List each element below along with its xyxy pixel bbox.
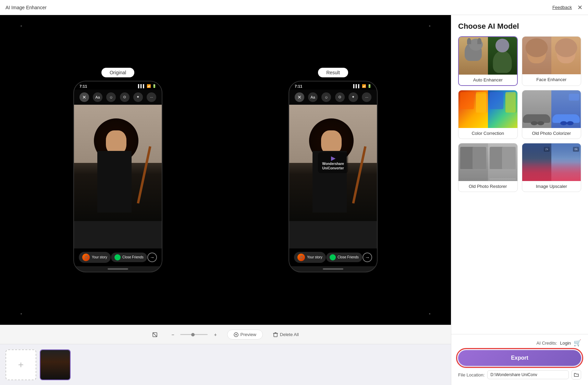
phone-emoji-icon-result[interactable]: ☺ (321, 92, 331, 102)
export-button[interactable]: Export (458, 350, 581, 366)
file-location-select[interactable]: D:\Wondershare UniConv (487, 370, 569, 379)
phone-sparkle-icon-result[interactable]: ✦ (348, 92, 358, 102)
ai-credits-row: AI Credits: Login 🛒 (458, 339, 581, 347)
zoom-slider[interactable] (180, 334, 208, 335)
close-friends-button-original[interactable]: Close Friends (111, 253, 147, 262)
deselect-button[interactable] (149, 330, 161, 339)
phone-icons-original: ▌▌▌ 📶 🔋 (138, 84, 156, 88)
zoom-controls: − + (168, 330, 220, 339)
phone-mic-icon[interactable]: ⊙ (120, 92, 130, 102)
model-card-label-image-upscaler: Image Upscaler (522, 181, 581, 192)
model-card-face-enhancer[interactable]: Face Enhancer (522, 36, 581, 86)
app-title: AI Image Enhancer (5, 5, 47, 10)
add-media-button[interactable]: + (5, 349, 36, 380)
phone-more-icon[interactable]: ··· (147, 92, 156, 102)
zoom-out-button[interactable]: − (168, 330, 177, 339)
friends-text-original: Close Friends (122, 255, 144, 259)
phone-toolbar-result: ✕ Aa ☺ ⊙ ✦ ··· (289, 90, 377, 105)
phone-text-icon-result[interactable]: Aa (308, 92, 318, 102)
close-button[interactable]: ✕ (577, 4, 583, 11)
svg-line-1 (153, 333, 157, 337)
violin-player-image (74, 105, 162, 221)
model-card-image-upscaler[interactable]: 2k 8k Image Upscaler (522, 143, 581, 192)
original-label-button[interactable]: Original (101, 68, 134, 77)
arrow-button-original[interactable]: → (147, 253, 157, 262)
result-phone-mockup: 7:11 ▌▌▌ 📶 🔋 ✕ Aa ☺ ⊙ ✦ · (289, 81, 378, 272)
open-folder-button[interactable] (572, 370, 581, 380)
svg-rect-4 (274, 333, 277, 337)
result-label-button[interactable]: Result (318, 68, 348, 77)
model-card-auto-enhancer[interactable]: Auto Enhancer (458, 36, 518, 86)
model-card-image-old-photo-restorer (458, 143, 517, 181)
story-avatar-result: 🎵 (297, 254, 305, 261)
title-bar: AI Image Enhancer Feedback ✕ (0, 0, 588, 15)
close-friends-button-result[interactable]: Close Friends (326, 253, 362, 262)
model-card-image-old-photo-colorizer (522, 90, 581, 128)
model-card-label-auto-enhancer: Auto Enhancer (459, 75, 517, 85)
original-image-wrapper: Original 7:11 ▌▌▌ 📶 🔋 ✕ Aa (10, 68, 225, 272)
phone-bottom-bar-result: 🎵 Your story Close Friends → (289, 248, 377, 266)
phone-sparkle-icon[interactable]: ✦ (133, 92, 143, 102)
phone-status-bar-original: 7:11 ▌▌▌ 📶 🔋 (74, 81, 162, 90)
phone-close-icon[interactable]: ✕ (79, 92, 89, 102)
file-location-row: File Location: D:\Wondershare UniConv (458, 370, 581, 380)
main-area: Original 7:11 ▌▌▌ 📶 🔋 ✕ Aa (0, 15, 588, 385)
story-avatar-original: 🎵 (82, 254, 90, 261)
phone-emoji-icon[interactable]: ☺ (106, 92, 116, 102)
viewer-toolbar: − + Preview (0, 325, 451, 344)
model-card-color-correction[interactable]: Color Correction (458, 90, 518, 139)
phone-dark-section-original (74, 221, 162, 248)
model-grid: Auto Enhancer Face Enhancer (458, 36, 581, 192)
feedback-link[interactable]: Feedback (552, 5, 572, 10)
zoom-slider-thumb (191, 333, 195, 336)
model-card-image-face-enhancer (522, 37, 581, 74)
model-card-image-image-upscaler: 2k 8k (522, 143, 581, 181)
zoom-in-button[interactable]: + (210, 330, 220, 339)
ai-model-title: Choose AI Model (458, 22, 581, 31)
story-button-result[interactable]: 🎵 Your story (294, 252, 326, 263)
login-link[interactable]: Login (560, 341, 571, 346)
phone-text-icon[interactable]: Aa (93, 92, 102, 102)
ai-credits-label: AI Credits: (537, 341, 558, 346)
story-text-result: Your story (307, 255, 322, 259)
arrow-button-result[interactable]: → (363, 253, 372, 262)
friends-dot-result (330, 254, 336, 260)
svg-point-3 (235, 334, 237, 335)
preview-button[interactable]: Preview (227, 330, 263, 339)
phone-close-icon-result[interactable]: ✕ (295, 92, 304, 102)
model-card-label-face-enhancer: Face Enhancer (522, 74, 581, 85)
phone-dark-section-result (289, 221, 377, 248)
image-area: Original 7:11 ▌▌▌ 📶 🔋 ✕ Aa (0, 15, 451, 325)
model-card-label-old-photo-restorer: Old Photo Restorer (458, 181, 517, 192)
phone-image-original (74, 105, 162, 221)
phone-mic-icon-result[interactable]: ⊙ (335, 92, 345, 102)
home-indicator-result (323, 268, 343, 270)
phone-icons-result: ▌▌▌ 📶 🔋 (353, 84, 371, 88)
delete-all-button[interactable]: Delete All (270, 330, 302, 339)
model-card-label-color-correction: Color Correction (458, 128, 517, 139)
phone-more-icon-result[interactable]: ··· (362, 92, 371, 102)
violin-player-result-image (289, 105, 377, 221)
thumbnail-image-1 (40, 350, 70, 380)
story-button-original[interactable]: 🎵 Your story (79, 252, 111, 263)
friends-text-result: Close Friends (338, 255, 359, 259)
thumbnail-strip: + (0, 344, 451, 385)
home-indicator-original (108, 268, 128, 270)
phone-time-result: 7:11 (295, 84, 302, 88)
file-location-label: File Location: (458, 372, 485, 377)
model-card-old-photo-restorer[interactable]: Old Photo Restorer (458, 143, 518, 192)
model-card-label-old-photo-colorizer: Old Photo Colorizer (522, 128, 581, 139)
model-card-old-photo-colorizer[interactable]: Old Photo Colorizer (522, 90, 581, 139)
title-bar-actions: Feedback ✕ (552, 4, 583, 11)
thumbnail-item-1[interactable] (40, 349, 71, 380)
left-panel: Original 7:11 ▌▌▌ 📶 🔋 ✕ Aa (0, 15, 451, 385)
ai-model-section: Choose AI Model (451, 15, 588, 334)
phone-status-bar-result: 7:11 ▌▌▌ 📶 🔋 (289, 81, 377, 90)
friends-dot-original (114, 254, 121, 260)
model-card-image-auto-enhancer (459, 37, 517, 75)
phone-image-result: ▶ WondershareUniConverter (289, 105, 377, 221)
phone-time-original: 7:11 (79, 84, 87, 88)
result-image-wrapper: Result 7:11 ▌▌▌ 📶 🔋 ✕ Aa (225, 68, 441, 272)
cart-icon[interactable]: 🛒 (574, 339, 581, 347)
original-phone-mockup: 7:11 ▌▌▌ 📶 🔋 ✕ Aa ☺ ⊙ ✦ · (73, 81, 162, 272)
